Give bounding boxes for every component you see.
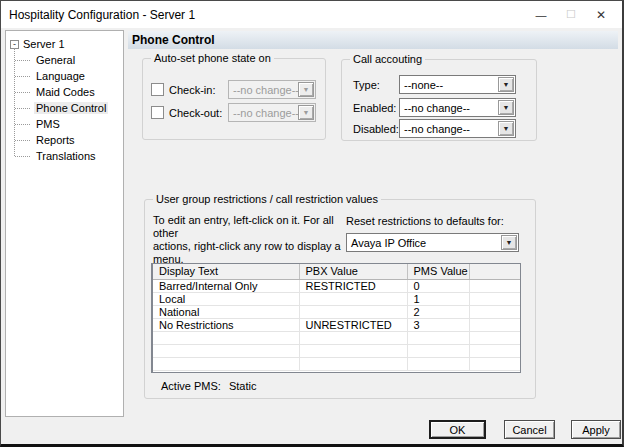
check-in-combobox-value: --no change-- xyxy=(229,84,298,96)
cell-pms-value[interactable]: 0 xyxy=(407,279,469,292)
chevron-down-icon[interactable]: ▼ xyxy=(498,121,514,136)
tree-node-server1-label[interactable]: Server 1 xyxy=(23,38,65,50)
enabled-combobox[interactable]: --no change-- ▼ xyxy=(399,98,516,117)
cell-empty xyxy=(153,331,299,344)
tree-item-maid-codes[interactable]: Maid Codes xyxy=(6,84,123,100)
cell-empty xyxy=(469,344,520,357)
cell-display-text[interactable]: No Restrictions xyxy=(153,318,299,331)
instructions-line1: To edit an entry, left-click on it. For … xyxy=(153,214,343,240)
cell-pbx-value[interactable] xyxy=(299,292,407,305)
check-in-checkbox[interactable] xyxy=(151,83,164,96)
reset-defaults-combobox[interactable]: Avaya IP Office ▼ xyxy=(346,233,519,252)
type-combobox[interactable]: --none-- ▼ xyxy=(399,75,516,94)
table-row-empty[interactable] xyxy=(153,344,520,357)
cell-pbx-value[interactable]: UNRESTRICTED xyxy=(299,318,407,331)
chevron-down-icon[interactable]: ▼ xyxy=(498,77,514,92)
tree-item-label: Maid Codes xyxy=(34,86,97,98)
cell-display-text[interactable]: National xyxy=(153,305,299,318)
column-header-display-text[interactable]: Display Text xyxy=(153,264,299,279)
cell-empty xyxy=(299,357,407,370)
window-title: Hospitality Configuration - Server 1 xyxy=(9,8,195,22)
table-row[interactable]: Barred/Internal Only RESTRICTED 0 xyxy=(153,279,520,292)
cell-empty xyxy=(407,357,469,370)
table-row[interactable]: No Restrictions UNRESTRICTED 3 xyxy=(153,318,520,331)
cell-empty xyxy=(469,357,520,370)
cell-empty xyxy=(407,331,469,344)
cell-pms-value[interactable]: 2 xyxy=(407,305,469,318)
type-label: Type: xyxy=(353,79,380,91)
restrictions-table[interactable]: Display Text PBX Value PMS Value Barred/… xyxy=(151,263,521,373)
tree-item-reports[interactable]: Reports xyxy=(6,132,123,148)
auto-set-phone-state-group: Auto-set phone state on xyxy=(142,58,326,140)
type-combobox-value: --none-- xyxy=(400,79,498,91)
cell-empty xyxy=(153,357,299,370)
apply-button[interactable]: Apply xyxy=(571,420,621,439)
enabled-label: Enabled: xyxy=(353,102,396,114)
cell-pbx-value[interactable] xyxy=(299,305,407,318)
disabled-combobox[interactable]: --no change-- ▼ xyxy=(399,119,516,138)
table-header-row: Display Text PBX Value PMS Value xyxy=(153,264,520,279)
table-row[interactable]: Local 1 xyxy=(153,292,520,305)
tree-item-label: Reports xyxy=(34,134,77,146)
tree-item-language[interactable]: Language xyxy=(6,68,123,84)
column-header-pbx-value[interactable]: PBX Value xyxy=(299,264,407,279)
cell-empty xyxy=(153,344,299,357)
cell-display-text[interactable]: Barred/Internal Only xyxy=(153,279,299,292)
disabled-label: Disabled: xyxy=(353,123,399,135)
tree-item-phone-control[interactable]: Phone Control xyxy=(6,100,123,116)
cell-empty xyxy=(469,292,520,305)
page-title: Phone Control xyxy=(128,31,618,49)
cell-pms-value[interactable]: 1 xyxy=(407,292,469,305)
table-row-empty[interactable] xyxy=(153,331,520,344)
reset-defaults-combobox-value: Avaya IP Office xyxy=(347,237,501,249)
active-pms-status: Active PMS:Static xyxy=(161,380,256,392)
tree-item-label: General xyxy=(34,54,77,66)
tree-item-label: Phone Control xyxy=(34,102,108,114)
tree-item-label: PMS xyxy=(34,118,62,130)
cell-empty xyxy=(299,331,407,344)
active-pms-label: Active PMS: xyxy=(161,380,221,392)
cell-empty xyxy=(469,305,520,318)
chevron-down-icon: ▼ xyxy=(298,105,314,120)
maximize-icon: ☐ xyxy=(556,4,586,26)
active-pms-value: Static xyxy=(229,380,257,392)
check-in-label: Check-in: xyxy=(169,84,215,96)
chevron-down-icon[interactable]: ▼ xyxy=(498,100,514,115)
column-header-empty xyxy=(469,264,520,279)
column-header-pms-value[interactable]: PMS Value xyxy=(407,264,469,279)
cancel-button[interactable]: Cancel xyxy=(504,420,555,439)
close-icon[interactable]: ✕ xyxy=(586,4,616,26)
group-title: Call accouting xyxy=(350,53,425,65)
check-in-combobox: --no change-- ▼ xyxy=(228,80,316,99)
ok-button[interactable]: OK xyxy=(429,420,486,439)
titlebar[interactable]: Hospitality Configuration - Server 1 — ☐… xyxy=(1,1,622,28)
tree-children: General Language Maid Codes Phone Contro… xyxy=(6,52,123,164)
cell-empty xyxy=(407,344,469,357)
check-out-checkbox[interactable] xyxy=(151,106,164,119)
cell-empty xyxy=(469,331,520,344)
tree-node-server1[interactable]: - Server 1 xyxy=(6,36,123,52)
check-out-combobox-value: --no change-- xyxy=(229,107,298,119)
chevron-down-icon: ▼ xyxy=(298,82,314,97)
tree-item-label: Language xyxy=(34,70,87,82)
tree-item-label: Translations xyxy=(34,150,98,162)
table-row-empty[interactable] xyxy=(153,357,520,370)
check-out-label: Check-out: xyxy=(169,107,222,119)
cell-pms-value[interactable]: 3 xyxy=(407,318,469,331)
cell-pbx-value[interactable]: RESTRICTED xyxy=(299,279,407,292)
minimize-icon[interactable]: — xyxy=(526,4,556,26)
cell-empty xyxy=(469,318,520,331)
cell-display-text[interactable]: Local xyxy=(153,292,299,305)
group-title: User group restrictions / call restricti… xyxy=(153,193,381,205)
tree-item-pms[interactable]: PMS xyxy=(6,116,123,132)
caption-buttons: — ☐ ✕ xyxy=(526,1,616,28)
enabled-combobox-value: --no change-- xyxy=(400,102,498,114)
page-title-text: Phone Control xyxy=(132,33,215,47)
check-out-combobox: --no change-- ▼ xyxy=(228,103,316,122)
tree-item-translations[interactable]: Translations xyxy=(6,148,123,164)
tree-item-general[interactable]: General xyxy=(6,52,123,68)
chevron-down-icon[interactable]: ▼ xyxy=(501,235,517,250)
hospitality-configuration-dialog: Hospitality Configuration - Server 1 — ☐… xyxy=(0,0,624,447)
table-row[interactable]: National 2 xyxy=(153,305,520,318)
disabled-combobox-value: --no change-- xyxy=(400,123,498,135)
